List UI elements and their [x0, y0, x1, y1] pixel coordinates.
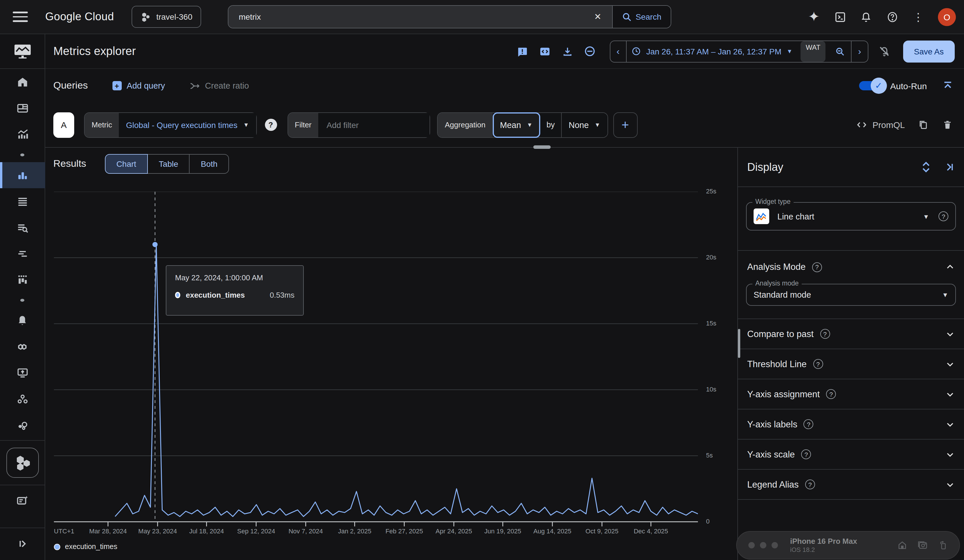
sidebar-item-release-notes[interactable] — [0, 488, 45, 514]
section-help-icon[interactable]: ? — [826, 389, 836, 399]
zoom-out-icon[interactable] — [829, 41, 851, 62]
code-icon[interactable] — [538, 45, 551, 58]
chevron-down-icon[interactable] — [946, 420, 955, 429]
section-help-icon[interactable]: ? — [801, 450, 811, 459]
tab-chart[interactable]: Chart — [105, 154, 148, 174]
widget-type-field[interactable]: Widget type Line chart ▼ ? — [746, 202, 956, 230]
add-aggregation-button[interactable]: + — [613, 112, 637, 138]
x-tick-label: Feb 27, 2025 — [386, 528, 423, 534]
sidebar-item-home[interactable] — [0, 69, 45, 95]
time-range-selector: ‹ Jan 26, 11:37 AM – Jan 26, 12:37 PM ▼ … — [609, 40, 868, 62]
help-icon[interactable] — [886, 10, 899, 23]
chevron-down-icon[interactable] — [946, 359, 955, 368]
copy-icon[interactable] — [917, 118, 929, 131]
feedback-icon[interactable] — [516, 45, 528, 58]
section-y-axis-assignment[interactable]: Y-axis assignment? — [738, 379, 964, 409]
filter-input[interactable] — [326, 120, 423, 130]
tab-both[interactable]: Both — [189, 154, 229, 174]
time-back-icon[interactable]: ‹ — [610, 41, 627, 62]
collapse-panel-icon[interactable] — [944, 162, 955, 172]
section-threshold-line[interactable]: Threshold Line? — [738, 349, 964, 379]
avatar[interactable]: O — [938, 8, 956, 26]
clear-search-icon[interactable]: ✕ — [591, 11, 605, 22]
filter-input-wrap[interactable] — [319, 113, 430, 137]
alarm-off-icon[interactable] — [878, 45, 891, 58]
create-ratio-button[interactable]: Create ratio — [189, 80, 249, 91]
sidebar-item-dashboards[interactable] — [0, 95, 45, 121]
metric-help-icon[interactable]: ? — [265, 119, 277, 131]
section-help-icon[interactable]: ? — [804, 419, 814, 429]
timezone-badge[interactable]: WAT — [801, 41, 826, 62]
sidebar-collapse-icon[interactable] — [0, 531, 45, 557]
promql-button[interactable]: PromQL — [856, 119, 905, 130]
simulator-home-icon[interactable] — [897, 540, 907, 550]
sidebar-item-slo[interactable] — [0, 334, 45, 360]
more-vert-icon[interactable]: ⋮ — [912, 10, 925, 23]
aggregation-dropdown[interactable]: Mean ▼ — [492, 112, 540, 138]
line-chart-thumbnail-icon — [754, 208, 769, 224]
chevron-down-icon[interactable] — [946, 390, 955, 399]
time-range-value[interactable]: Jan 26, 11:37 AM – Jan 26, 12:37 PM ▼ — [627, 41, 797, 62]
analysis-mode-header[interactable]: Analysis Mode ? — [738, 251, 964, 272]
resize-handle[interactable] — [533, 145, 551, 149]
sidebar-item-uptime-checks[interactable] — [0, 360, 45, 386]
sidebar-item-metrics[interactable] — [0, 121, 45, 147]
display-title: Display — [747, 161, 783, 174]
cloud-shell-icon[interactable] — [834, 10, 846, 23]
section-legend-alias[interactable]: Legend Alias? — [738, 470, 964, 499]
add-query-button[interactable]: + Add query — [112, 81, 165, 90]
analysis-mode-field[interactable]: Analysis mode Standard mode ▼ — [746, 284, 956, 306]
sidebar-item-groups[interactable] — [0, 386, 45, 412]
section-compare-to-past[interactable]: Compare to past? — [738, 319, 964, 349]
sidebar-item-gke-hexagons[interactable] — [6, 448, 39, 478]
sidebar-item-log-explorer[interactable] — [0, 214, 45, 240]
sidebar-item-trace[interactable] — [0, 240, 45, 266]
chevron-up-icon[interactable] — [946, 262, 955, 272]
project-selector[interactable]: travel-360 — [131, 6, 201, 28]
widget-type-help-icon[interactable]: ? — [938, 211, 948, 221]
queries-heading: Queries — [53, 80, 88, 91]
sidebar-item-integrations[interactable] — [0, 412, 45, 438]
delete-icon[interactable] — [941, 118, 954, 131]
sidebar-item-alerting[interactable] — [0, 307, 45, 334]
download-icon[interactable] — [561, 45, 573, 58]
query-letter-badge[interactable]: A — [53, 112, 74, 138]
menu-icon[interactable] — [13, 12, 28, 22]
search-field[interactable]: ✕ — [228, 6, 612, 28]
search-input[interactable] — [238, 11, 591, 22]
display-header: Display — [738, 148, 964, 187]
share-link-icon[interactable] — [583, 45, 596, 58]
simulator-rotate-icon[interactable] — [938, 540, 948, 550]
collapse-queries-icon[interactable] — [942, 80, 954, 91]
notifications-bell-icon[interactable] — [860, 10, 873, 23]
y-tick-label: 5s — [706, 452, 713, 459]
section-help-icon[interactable]: ? — [813, 359, 823, 369]
gemini-sparkle-icon[interactable]: ✦ — [808, 10, 820, 23]
search-button[interactable]: Search — [612, 6, 671, 28]
auto-run-toggle[interactable]: ✓ — [859, 81, 883, 91]
tab-table[interactable]: Table — [147, 154, 190, 174]
chevron-down-icon[interactable] — [946, 450, 955, 459]
simulator-screenshot-icon[interactable] — [917, 540, 928, 550]
chevron-down-icon[interactable] — [946, 329, 955, 339]
metric-dropdown[interactable]: Global - Query execution times ▼ — [119, 113, 256, 137]
section-help-icon[interactable]: ? — [820, 329, 830, 339]
section-y-axis-scale[interactable]: Y-axis scale? — [738, 440, 964, 469]
sidebar-item-metrics-explorer[interactable] — [0, 162, 45, 188]
sidebar-item-services[interactable] — [0, 266, 45, 292]
sidebar-item-logs[interactable] — [0, 188, 45, 214]
metrics-explorer-page: Google Cloud travel-360 ✕ Search ✦ — [0, 0, 964, 560]
time-forward-icon[interactable]: › — [851, 41, 868, 62]
group-by-dropdown[interactable]: None ▼ — [561, 113, 607, 137]
chart-legend[interactable]: execution_times — [54, 543, 117, 551]
analysis-mode-heading: Analysis Mode — [747, 262, 806, 272]
chevron-down-icon[interactable] — [946, 480, 955, 489]
analysis-mode-help-icon[interactable]: ? — [812, 262, 822, 272]
x-tick-label: May 23, 2024 — [138, 528, 177, 534]
section-y-axis-labels[interactable]: Y-axis labels? — [738, 409, 964, 439]
save-as-button[interactable]: Save As — [903, 40, 955, 62]
expand-all-icon[interactable] — [921, 161, 931, 173]
section-help-icon[interactable]: ? — [805, 479, 815, 489]
chart-region[interactable]: 25s20s15s10s5s0 UTC+1 Mar 28, 2024May 23… — [45, 178, 738, 560]
panel-scrollbar[interactable] — [738, 329, 740, 358]
